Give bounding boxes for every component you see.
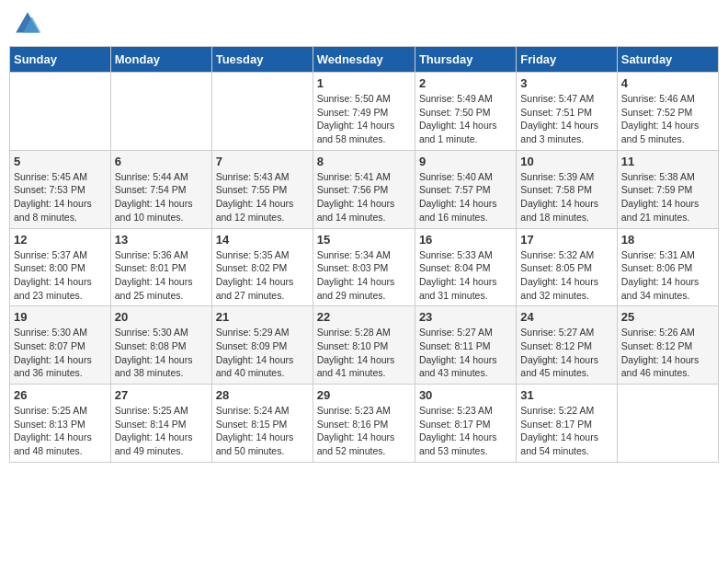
calendar-cell: 31Sunrise: 5:22 AM Sunset: 8:17 PM Dayli… [517,385,617,463]
day-header-wednesday: Wednesday [313,47,415,73]
day-info: Sunrise: 5:46 AM Sunset: 7:52 PM Dayligh… [621,92,714,146]
day-info: Sunrise: 5:41 AM Sunset: 7:56 PM Dayligh… [317,170,411,224]
day-info: Sunrise: 5:25 AM Sunset: 8:14 PM Dayligh… [115,404,208,458]
day-info: Sunrise: 5:28 AM Sunset: 8:10 PM Dayligh… [317,326,411,380]
day-info: Sunrise: 5:47 AM Sunset: 7:51 PM Dayligh… [520,92,612,146]
calendar-cell: 15Sunrise: 5:34 AM Sunset: 8:03 PM Dayli… [313,228,415,306]
day-number: 3 [520,76,612,90]
calendar-week-2: 5Sunrise: 5:45 AM Sunset: 7:53 PM Daylig… [10,150,719,228]
calendar-cell: 1Sunrise: 5:50 AM Sunset: 7:49 PM Daylig… [313,73,415,151]
day-number: 6 [115,155,208,168]
calendar-cell: 11Sunrise: 5:38 AM Sunset: 7:59 PM Dayli… [617,150,718,228]
calendar-cell [617,385,718,463]
day-info: Sunrise: 5:30 AM Sunset: 8:08 PM Dayligh… [115,326,208,380]
day-number: 17 [520,233,612,247]
day-number: 18 [621,233,714,247]
calendar-week-1: 1Sunrise: 5:50 AM Sunset: 7:49 PM Daylig… [10,73,719,151]
day-info: Sunrise: 5:23 AM Sunset: 8:17 PM Dayligh… [419,404,512,458]
calendar-cell: 7Sunrise: 5:43 AM Sunset: 7:55 PM Daylig… [211,150,313,228]
day-number: 14 [216,233,309,247]
day-info: Sunrise: 5:23 AM Sunset: 8:16 PM Dayligh… [317,404,411,458]
calendar-cell: 2Sunrise: 5:49 AM Sunset: 7:50 PM Daylig… [415,73,516,151]
calendar-cell: 9Sunrise: 5:40 AM Sunset: 7:57 PM Daylig… [415,150,516,228]
day-info: Sunrise: 5:33 AM Sunset: 8:04 PM Dayligh… [419,248,512,303]
calendar-header-row: SundayMondayTuesdayWednesdayThursdayFrid… [10,47,719,73]
day-number: 10 [520,155,612,168]
day-info: Sunrise: 5:37 AM Sunset: 8:00 PM Dayligh… [14,248,107,303]
day-number: 24 [520,310,612,324]
day-info: Sunrise: 5:50 AM Sunset: 7:49 PM Dayligh… [317,92,411,146]
calendar-cell: 26Sunrise: 5:25 AM Sunset: 8:13 PM Dayli… [10,385,111,463]
day-number: 26 [14,388,107,402]
day-info: Sunrise: 5:27 AM Sunset: 8:11 PM Dayligh… [419,326,512,380]
day-number: 28 [216,388,309,402]
day-header-sunday: Sunday [10,47,111,73]
day-number: 12 [14,233,107,247]
day-info: Sunrise: 5:25 AM Sunset: 8:13 PM Dayligh… [14,404,107,458]
calendar-cell [10,73,111,151]
day-number: 8 [317,155,411,168]
day-header-monday: Monday [110,47,211,73]
day-header-thursday: Thursday [415,47,516,73]
day-number: 23 [419,310,512,324]
calendar-cell [110,73,211,151]
day-info: Sunrise: 5:43 AM Sunset: 7:55 PM Dayligh… [216,170,309,224]
day-info: Sunrise: 5:31 AM Sunset: 8:06 PM Dayligh… [621,248,714,303]
day-number: 15 [317,233,411,247]
day-info: Sunrise: 5:49 AM Sunset: 7:50 PM Dayligh… [419,92,512,146]
day-info: Sunrise: 5:30 AM Sunset: 8:07 PM Dayligh… [14,326,107,380]
day-number: 20 [115,310,208,324]
day-header-friday: Friday [517,47,617,73]
day-number: 27 [115,388,208,402]
calendar-table: SundayMondayTuesdayWednesdayThursdayFrid… [9,46,719,463]
day-number: 5 [14,155,107,168]
day-number: 11 [621,155,714,168]
calendar-cell: 29Sunrise: 5:23 AM Sunset: 8:16 PM Dayli… [313,385,415,463]
day-info: Sunrise: 5:40 AM Sunset: 7:57 PM Dayligh… [419,170,512,224]
day-info: Sunrise: 5:34 AM Sunset: 8:03 PM Dayligh… [317,248,411,303]
logo-icon [13,9,42,39]
calendar-cell: 24Sunrise: 5:27 AM Sunset: 8:12 PM Dayli… [517,306,617,385]
day-number: 4 [621,76,714,90]
day-info: Sunrise: 5:44 AM Sunset: 7:54 PM Dayligh… [115,170,208,224]
calendar-cell: 19Sunrise: 5:30 AM Sunset: 8:07 PM Dayli… [10,306,111,385]
calendar-cell: 30Sunrise: 5:23 AM Sunset: 8:17 PM Dayli… [415,385,516,463]
day-info: Sunrise: 5:38 AM Sunset: 7:59 PM Dayligh… [621,170,714,224]
calendar-cell: 12Sunrise: 5:37 AM Sunset: 8:00 PM Dayli… [10,228,111,306]
calendar-cell: 16Sunrise: 5:33 AM Sunset: 8:04 PM Dayli… [415,228,516,306]
calendar-cell: 18Sunrise: 5:31 AM Sunset: 8:06 PM Dayli… [617,228,718,306]
calendar-cell: 14Sunrise: 5:35 AM Sunset: 8:02 PM Dayli… [211,228,313,306]
calendar-cell: 27Sunrise: 5:25 AM Sunset: 8:14 PM Dayli… [110,385,211,463]
day-number: 9 [419,155,512,168]
calendar-week-5: 26Sunrise: 5:25 AM Sunset: 8:13 PM Dayli… [10,385,719,463]
calendar-cell: 6Sunrise: 5:44 AM Sunset: 7:54 PM Daylig… [110,150,211,228]
calendar-cell [211,73,313,151]
calendar-cell: 3Sunrise: 5:47 AM Sunset: 7:51 PM Daylig… [517,73,617,151]
day-info: Sunrise: 5:45 AM Sunset: 7:53 PM Dayligh… [14,170,107,224]
calendar-week-3: 12Sunrise: 5:37 AM Sunset: 8:00 PM Dayli… [10,228,719,306]
day-header-tuesday: Tuesday [211,47,313,73]
day-header-saturday: Saturday [617,47,718,73]
day-number: 21 [216,310,309,324]
day-number: 2 [419,76,512,90]
day-info: Sunrise: 5:26 AM Sunset: 8:12 PM Dayligh… [621,326,714,380]
calendar-cell: 20Sunrise: 5:30 AM Sunset: 8:08 PM Dayli… [110,306,211,385]
day-number: 22 [317,310,411,324]
calendar-cell: 8Sunrise: 5:41 AM Sunset: 7:56 PM Daylig… [313,150,415,228]
day-number: 7 [216,155,309,168]
day-info: Sunrise: 5:35 AM Sunset: 8:02 PM Dayligh… [216,248,309,303]
day-info: Sunrise: 5:22 AM Sunset: 8:17 PM Dayligh… [520,404,612,458]
logo [13,9,46,39]
day-number: 13 [115,233,208,247]
day-number: 30 [419,388,512,402]
calendar-cell: 28Sunrise: 5:24 AM Sunset: 8:15 PM Dayli… [211,385,313,463]
day-number: 1 [317,76,411,90]
calendar-cell: 25Sunrise: 5:26 AM Sunset: 8:12 PM Dayli… [617,306,718,385]
calendar-cell: 10Sunrise: 5:39 AM Sunset: 7:58 PM Dayli… [517,150,617,228]
day-info: Sunrise: 5:32 AM Sunset: 8:05 PM Dayligh… [520,248,612,303]
day-number: 29 [317,388,411,402]
day-info: Sunrise: 5:39 AM Sunset: 7:58 PM Dayligh… [520,170,612,224]
day-info: Sunrise: 5:24 AM Sunset: 8:15 PM Dayligh… [216,404,309,458]
day-number: 31 [520,388,612,402]
calendar-cell: 23Sunrise: 5:27 AM Sunset: 8:11 PM Dayli… [415,306,516,385]
